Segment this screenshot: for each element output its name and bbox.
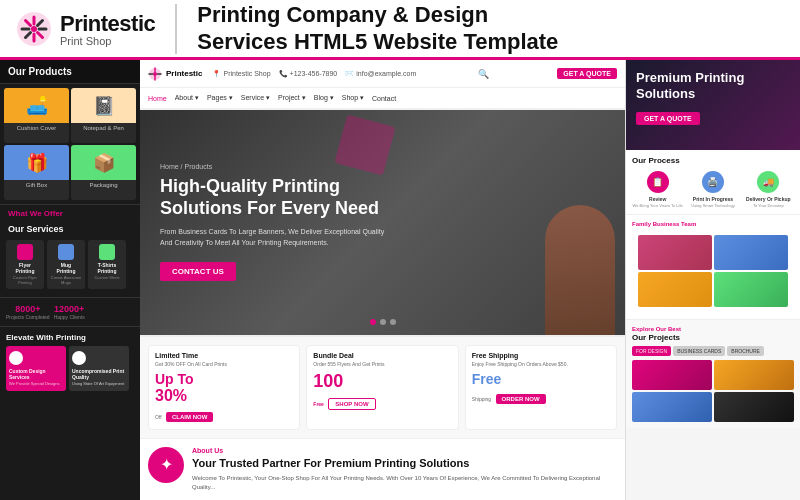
product-image: 📓: [71, 88, 136, 123]
nav-item-project[interactable]: Project ▾: [278, 94, 306, 102]
deal-value: 100: [313, 371, 451, 392]
about-text: About Us Your Trusted Partner For Premiu…: [192, 447, 617, 492]
process-step-review: 📋 Review We Bring Your Vision To Life: [632, 171, 683, 208]
get-quote-button[interactable]: GET A QUOTE: [557, 68, 617, 79]
address-info: 📍 Printestic Shop: [212, 70, 270, 78]
hero-breadcrumb: Home / Products: [160, 163, 390, 170]
step-label: Delivery Or Pickup: [743, 196, 794, 202]
elevate-card: Custom Design Services We Provide Specia…: [6, 346, 66, 391]
what-we-offer: What We Offer: [0, 204, 140, 222]
right-promo: Family Business Team: [626, 215, 800, 320]
deal-desc: Enjoy Free Shipping On Orders Above $50.: [472, 361, 610, 367]
nav-item-home[interactable]: Home: [148, 95, 167, 102]
product-image: 🎁: [4, 145, 69, 180]
hero-subtitle: From Business Cards To Large Banners, We…: [160, 227, 390, 248]
order-now-button[interactable]: ORDER NOW: [496, 394, 546, 404]
nav-item-shop[interactable]: Shop ▾: [342, 94, 364, 102]
premium-title: Premium Printing Solutions: [636, 70, 790, 101]
project-tag[interactable]: BROCHURE: [727, 346, 764, 356]
product-label: Notepad & Pen: [71, 123, 136, 133]
hero-section: Home / Products High-Quality Printing So…: [140, 110, 625, 335]
service-name: MugPrinting: [49, 262, 83, 274]
website-name: Printestic: [166, 69, 202, 78]
product-card[interactable]: 📓 Notepad & Pen: [71, 88, 136, 143]
stat-item: 12000+ Happy Clients: [54, 304, 85, 320]
deal-desc: Order 555 Flyers And Get Prints: [313, 361, 451, 367]
deal-card-limited: Limited Time Get 30% OFF On All Card Pri…: [148, 345, 300, 430]
service-desc: Custom Flyer Printing: [8, 275, 42, 285]
hero-dot[interactable]: [380, 319, 386, 325]
right-gallery: [632, 229, 794, 313]
service-cards: FlyerPrinting Custom Flyer Printing MugP…: [0, 236, 140, 293]
website-logo-small: Printestic: [148, 67, 202, 81]
deal-card-shipping: Free Shipping Enjoy Free Shipping On Ord…: [465, 345, 617, 430]
project-item[interactable]: [632, 360, 712, 390]
print-icon: 🖨️: [702, 171, 724, 193]
nav-item-blog[interactable]: Blog ▾: [314, 94, 334, 102]
projects-title: Our Projects: [632, 333, 794, 342]
project-item[interactable]: [632, 392, 712, 422]
nav-item-pages[interactable]: Pages ▾: [207, 94, 233, 102]
product-label: Gift Box: [4, 180, 69, 190]
step-label: Print In Progress: [687, 196, 738, 202]
project-tag[interactable]: FOR DESIGN: [632, 346, 671, 356]
gallery-item: [714, 235, 788, 270]
process-title: Our Process: [632, 156, 794, 165]
deals-section: Limited Time Get 30% OFF On All Card Pri…: [140, 335, 625, 438]
project-item[interactable]: [714, 360, 794, 390]
nav-item-about[interactable]: About ▾: [175, 94, 199, 102]
elevate-card-desc: Using State Of Art Equipment: [72, 381, 126, 386]
stat-number: 12000+: [54, 304, 85, 314]
deal-title: Free Shipping: [472, 352, 610, 359]
product-card[interactable]: 🛋️ Cushion Cover: [4, 88, 69, 143]
shop-now-button[interactable]: SHOP NOW: [328, 398, 375, 410]
gallery-item: [638, 235, 712, 270]
svg-point-1: [31, 26, 37, 32]
product-card[interactable]: 📦 Packaging: [71, 145, 136, 200]
service-card[interactable]: MugPrinting Create Awesome Mugs: [47, 240, 85, 289]
service-name: T-ShirtsPrinting: [90, 262, 124, 274]
search-icon[interactable]: 🔍: [478, 69, 489, 79]
sidebar-products: 🛋️ Cushion Cover 📓 Notepad & Pen 🎁 Gift …: [0, 84, 140, 204]
project-tag[interactable]: BUSINESS CARDS: [673, 346, 725, 356]
step-desc: To Your Doorstep: [743, 203, 794, 208]
premium-quote-button[interactable]: GET A QUOTE: [636, 112, 700, 125]
brand-name: Printestic: [60, 11, 155, 37]
elevate-card-icon: [72, 351, 86, 365]
stat-item: 8000+ Projects Completed: [6, 304, 50, 320]
elevate-card-icon: [9, 351, 23, 365]
about-section: ✦ About Us Your Trusted Partner For Prem…: [140, 438, 625, 500]
project-item[interactable]: [714, 392, 794, 422]
hero-dot[interactable]: [370, 319, 376, 325]
website-nav-info: 📍 Printestic Shop 📞 +123-456-7890 ✉️ inf…: [212, 70, 416, 78]
our-projects: Explore Our Best Our Projects FOR DESIGN…: [626, 320, 800, 428]
deal-value: 30%: [155, 387, 293, 405]
product-card[interactable]: 🎁 Gift Box: [4, 145, 69, 200]
right-sidebar: Premium Printing Solutions GET A QUOTE O…: [625, 60, 800, 500]
stat-number: 8000+: [6, 304, 50, 314]
service-icon: [58, 244, 74, 260]
deal-highlight: Up To: [155, 371, 293, 387]
website-header: Printestic 📍 Printestic Shop 📞 +123-456-…: [140, 60, 625, 88]
product-label: Cushion Cover: [4, 123, 69, 133]
claim-now-button[interactable]: CLAIM NOW: [166, 412, 213, 422]
projects-tags: FOR DESIGN BUSINESS CARDS BROCHURE: [632, 346, 794, 356]
elevate-cards: Custom Design Services We Provide Specia…: [6, 346, 134, 391]
nav-item-contact[interactable]: Contact: [372, 95, 396, 102]
hero-dot[interactable]: [390, 319, 396, 325]
deal-sub: Shipping: [472, 396, 491, 402]
explore-label: Explore Our Best: [632, 326, 794, 332]
elevate-card-desc: We Provide Special Designs: [9, 381, 63, 386]
brand-bar: Printestic Print Shop Printing Company &…: [0, 0, 800, 60]
stats-row: 8000+ Projects Completed 12000+ Happy Cl…: [0, 297, 140, 326]
hero-title: High-Quality Printing Solutions For Ever…: [160, 176, 390, 219]
elevate-title: Elevate With Printing: [6, 333, 134, 342]
process-step-print: 🖨️ Print In Progress Using Smart Technol…: [687, 171, 738, 208]
stat-label: Projects Completed: [6, 314, 50, 320]
contact-button[interactable]: CONTACT US: [160, 262, 236, 281]
product-image: 📦: [71, 145, 136, 180]
phone-info: 📞 +123-456-7890: [279, 70, 338, 78]
nav-item-service[interactable]: Service ▾: [241, 94, 270, 102]
service-card[interactable]: T-ShirtsPrinting Custom Shirts: [88, 240, 126, 289]
service-card[interactable]: FlyerPrinting Custom Flyer Printing: [6, 240, 44, 289]
